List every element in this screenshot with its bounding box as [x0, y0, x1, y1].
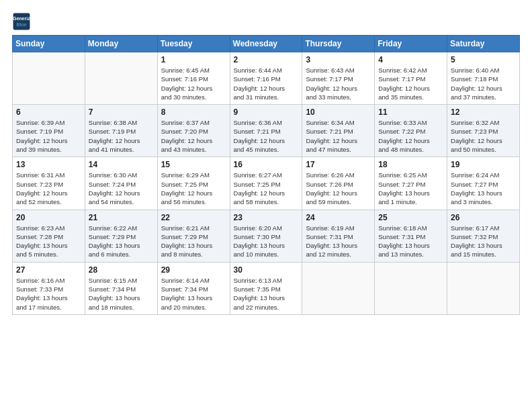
day-number: 5: [451, 55, 516, 64]
day-info: Sunrise: 6:25 AM Sunset: 7:27 PM Dayligh…: [378, 171, 443, 206]
calendar-cell: 15Sunrise: 6:29 AM Sunset: 7:25 PM Dayli…: [157, 157, 230, 210]
calendar-week-row: 20Sunrise: 6:23 AM Sunset: 7:28 PM Dayli…: [13, 210, 520, 262]
day-info: Sunrise: 6:24 AM Sunset: 7:27 PM Dayligh…: [451, 171, 516, 206]
day-number: 7: [89, 107, 154, 117]
day-info: Sunrise: 6:22 AM Sunset: 7:29 PM Dayligh…: [89, 224, 154, 259]
day-number: 16: [234, 160, 299, 169]
calendar-table: SundayMondayTuesdayWednesdayThursdayFrid…: [12, 35, 520, 315]
calendar-cell: [85, 52, 157, 105]
calendar-cell: 21Sunrise: 6:22 AM Sunset: 7:29 PM Dayli…: [85, 210, 157, 262]
logo: General Blue: [12, 12, 31, 31]
day-info: Sunrise: 6:38 AM Sunset: 7:19 PM Dayligh…: [89, 118, 154, 154]
day-info: Sunrise: 6:40 AM Sunset: 7:18 PM Dayligh…: [451, 66, 516, 101]
day-number: 28: [89, 265, 154, 275]
calendar-cell: [302, 262, 375, 314]
day-info: Sunrise: 6:26 AM Sunset: 7:26 PM Dayligh…: [306, 171, 371, 206]
day-info: Sunrise: 6:43 AM Sunset: 7:17 PM Dayligh…: [306, 66, 371, 101]
day-number: 1: [161, 55, 226, 64]
day-number: 8: [161, 107, 226, 117]
calendar-cell: 17Sunrise: 6:26 AM Sunset: 7:26 PM Dayli…: [302, 157, 375, 210]
calendar-cell: 19Sunrise: 6:24 AM Sunset: 7:27 PM Dayli…: [447, 157, 520, 210]
header: General Blue: [12, 12, 520, 31]
day-number: 26: [451, 213, 516, 222]
day-number: 12: [451, 107, 516, 117]
day-number: 20: [16, 213, 81, 222]
day-info: Sunrise: 6:23 AM Sunset: 7:28 PM Dayligh…: [16, 224, 81, 259]
day-info: Sunrise: 6:17 AM Sunset: 7:32 PM Dayligh…: [451, 224, 516, 259]
day-number: 30: [234, 265, 299, 275]
day-info: Sunrise: 6:44 AM Sunset: 7:16 PM Dayligh…: [234, 66, 299, 101]
calendar-cell: 20Sunrise: 6:23 AM Sunset: 7:28 PM Dayli…: [13, 210, 85, 262]
calendar-cell: 5Sunrise: 6:40 AM Sunset: 7:18 PM Daylig…: [447, 52, 520, 105]
day-info: Sunrise: 6:34 AM Sunset: 7:21 PM Dayligh…: [306, 118, 371, 154]
day-number: 15: [161, 160, 226, 169]
day-number: 11: [378, 107, 443, 117]
logo-icon: General Blue: [12, 12, 31, 31]
day-number: 14: [89, 160, 154, 169]
day-info: Sunrise: 6:15 AM Sunset: 7:34 PM Dayligh…: [89, 276, 154, 312]
calendar-week-row: 6Sunrise: 6:39 AM Sunset: 7:19 PM Daylig…: [13, 105, 520, 157]
calendar-cell: [447, 262, 520, 314]
calendar-cell: 23Sunrise: 6:20 AM Sunset: 7:30 PM Dayli…: [230, 210, 302, 262]
calendar-cell: 14Sunrise: 6:30 AM Sunset: 7:24 PM Dayli…: [85, 157, 157, 210]
calendar-cell: 25Sunrise: 6:18 AM Sunset: 7:31 PM Dayli…: [375, 210, 447, 262]
day-info: Sunrise: 6:27 AM Sunset: 7:25 PM Dayligh…: [234, 171, 299, 206]
weekday-header-tuesday: Tuesday: [157, 36, 230, 52]
weekday-header-monday: Monday: [85, 36, 157, 52]
calendar-cell: 22Sunrise: 6:21 AM Sunset: 7:29 PM Dayli…: [157, 210, 230, 262]
day-info: Sunrise: 6:31 AM Sunset: 7:23 PM Dayligh…: [16, 171, 81, 206]
day-info: Sunrise: 6:21 AM Sunset: 7:29 PM Dayligh…: [161, 224, 226, 259]
svg-text:Blue: Blue: [16, 22, 26, 27]
calendar-cell: 6Sunrise: 6:39 AM Sunset: 7:19 PM Daylig…: [13, 105, 85, 157]
calendar-week-row: 27Sunrise: 6:16 AM Sunset: 7:33 PM Dayli…: [13, 262, 520, 314]
calendar-week-row: 13Sunrise: 6:31 AM Sunset: 7:23 PM Dayli…: [13, 157, 520, 210]
day-number: 4: [378, 55, 443, 64]
calendar-cell: 1Sunrise: 6:45 AM Sunset: 7:16 PM Daylig…: [157, 52, 230, 105]
day-number: 24: [306, 213, 371, 222]
calendar-cell: 24Sunrise: 6:19 AM Sunset: 7:31 PM Dayli…: [302, 210, 375, 262]
day-number: 3: [306, 55, 371, 64]
calendar-cell: 27Sunrise: 6:16 AM Sunset: 7:33 PM Dayli…: [13, 262, 85, 314]
calendar-cell: [375, 262, 447, 314]
calendar-cell: 26Sunrise: 6:17 AM Sunset: 7:32 PM Dayli…: [447, 210, 520, 262]
day-info: Sunrise: 6:30 AM Sunset: 7:24 PM Dayligh…: [89, 171, 154, 206]
day-number: 17: [306, 160, 371, 169]
day-info: Sunrise: 6:18 AM Sunset: 7:31 PM Dayligh…: [378, 224, 443, 259]
calendar-cell: 13Sunrise: 6:31 AM Sunset: 7:23 PM Dayli…: [13, 157, 85, 210]
day-info: Sunrise: 6:33 AM Sunset: 7:22 PM Dayligh…: [378, 118, 443, 154]
day-info: Sunrise: 6:29 AM Sunset: 7:25 PM Dayligh…: [161, 171, 226, 206]
calendar-cell: 18Sunrise: 6:25 AM Sunset: 7:27 PM Dayli…: [375, 157, 447, 210]
day-info: Sunrise: 6:16 AM Sunset: 7:33 PM Dayligh…: [16, 276, 81, 312]
calendar-cell: 3Sunrise: 6:43 AM Sunset: 7:17 PM Daylig…: [302, 52, 375, 105]
day-number: 23: [234, 213, 299, 222]
calendar-cell: 8Sunrise: 6:37 AM Sunset: 7:20 PM Daylig…: [157, 105, 230, 157]
weekday-header-row: SundayMondayTuesdayWednesdayThursdayFrid…: [13, 36, 520, 52]
calendar-cell: 7Sunrise: 6:38 AM Sunset: 7:19 PM Daylig…: [85, 105, 157, 157]
calendar-cell: 9Sunrise: 6:36 AM Sunset: 7:21 PM Daylig…: [230, 105, 302, 157]
day-info: Sunrise: 6:45 AM Sunset: 7:16 PM Dayligh…: [161, 66, 226, 101]
day-number: 25: [378, 213, 443, 222]
weekday-header-thursday: Thursday: [302, 36, 375, 52]
calendar-cell: [13, 52, 85, 105]
day-info: Sunrise: 6:36 AM Sunset: 7:21 PM Dayligh…: [234, 118, 299, 154]
calendar-cell: 2Sunrise: 6:44 AM Sunset: 7:16 PM Daylig…: [230, 52, 302, 105]
day-number: 9: [234, 107, 299, 117]
calendar-cell: 16Sunrise: 6:27 AM Sunset: 7:25 PM Dayli…: [230, 157, 302, 210]
day-number: 19: [451, 160, 516, 169]
weekday-header-saturday: Saturday: [447, 36, 520, 52]
weekday-header-friday: Friday: [375, 36, 447, 52]
day-number: 22: [161, 213, 226, 222]
day-info: Sunrise: 6:19 AM Sunset: 7:31 PM Dayligh…: [306, 224, 371, 259]
day-number: 21: [89, 213, 154, 222]
weekday-header-sunday: Sunday: [13, 36, 85, 52]
calendar-cell: 30Sunrise: 6:13 AM Sunset: 7:35 PM Dayli…: [230, 262, 302, 314]
day-number: 18: [378, 160, 443, 169]
day-info: Sunrise: 6:20 AM Sunset: 7:30 PM Dayligh…: [234, 224, 299, 259]
day-info: Sunrise: 6:32 AM Sunset: 7:23 PM Dayligh…: [451, 118, 516, 154]
day-number: 13: [16, 160, 81, 169]
day-number: 6: [16, 107, 81, 117]
calendar-cell: 28Sunrise: 6:15 AM Sunset: 7:34 PM Dayli…: [85, 262, 157, 314]
page-container: General Blue SundayMondayTuesdayWednesda…: [0, 0, 532, 322]
svg-rect-0: [13, 13, 30, 30]
calendar-week-row: 1Sunrise: 6:45 AM Sunset: 7:16 PM Daylig…: [13, 52, 520, 105]
